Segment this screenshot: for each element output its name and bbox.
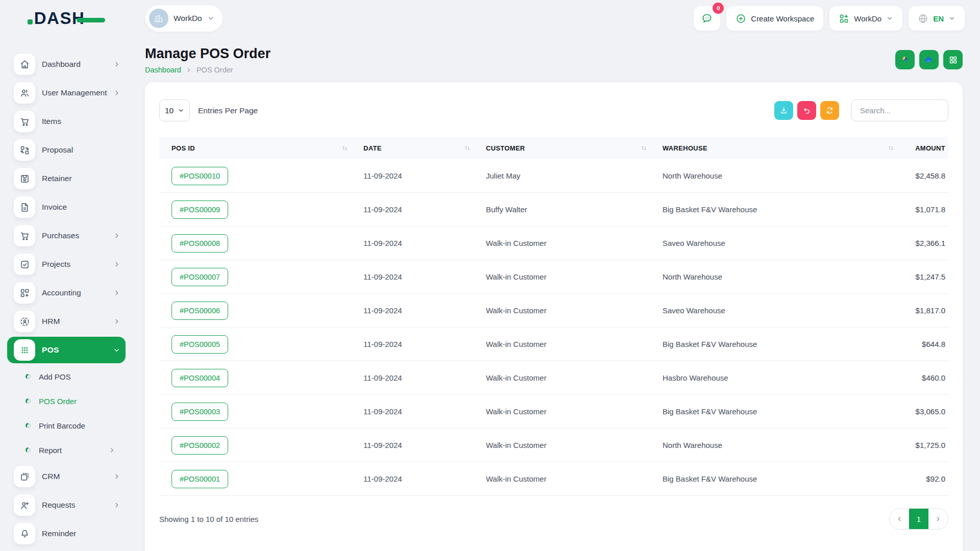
sidebar-item-pos[interactable]: POS: [7, 337, 126, 363]
table-actions: [774, 99, 948, 121]
customer-name: Walk-in Customer: [480, 340, 656, 348]
pos-id-badge[interactable]: #POS00009: [172, 201, 228, 219]
create-workspace-label: Create Workspace: [751, 14, 814, 23]
sidebar-item-proposal[interactable]: Proposal: [7, 136, 126, 164]
sidebar-item-projects[interactable]: Projects: [7, 250, 126, 279]
sidebar-item-items[interactable]: Items: [7, 107, 126, 136]
warehouse-name: Big Basket F&V Warehouse: [656, 474, 903, 483]
sort-icon: [641, 145, 647, 152]
breadcrumb: Dashboard POS Order: [145, 66, 271, 74]
chevron-right-icon: [113, 502, 120, 509]
sidebar-item-dashboard[interactable]: Dashboard: [7, 50, 126, 79]
order-date: 11-09-2024: [357, 171, 480, 180]
reset-button[interactable]: [797, 101, 816, 120]
chevron-right-icon: [113, 261, 120, 268]
table-row: #POS00007 11-09-2024 Walk-in Customer No…: [159, 260, 948, 294]
building-icon: [149, 9, 168, 28]
google-drive-icon: [900, 55, 910, 65]
export-button[interactable]: [774, 101, 793, 120]
pos-id-badge[interactable]: #POS00003: [172, 403, 228, 421]
logo-dash: [77, 18, 105, 22]
order-date: 11-09-2024: [357, 340, 480, 348]
cart-icon: [14, 225, 35, 246]
workdo-menu-button[interactable]: WorkDo: [829, 6, 902, 31]
topbar: DASH WorkDo 0 Create Workspace WorkDo EN: [0, 0, 980, 37]
sidebar-item-user-management[interactable]: User Management: [7, 79, 126, 107]
pos-id-badge[interactable]: #POS00010: [172, 167, 228, 185]
column-header-amount[interactable]: AMOUNT: [903, 144, 948, 152]
search-input[interactable]: [851, 99, 948, 121]
table-controls: 10 Entries Per Page: [159, 99, 948, 121]
pos-id-badge[interactable]: #POS00002: [172, 436, 228, 455]
table-row: #POS00001 11-09-2024 Walk-in Customer Bi…: [159, 462, 948, 496]
table-body: #POS00010 11-09-2024 Juliet May North Wa…: [159, 159, 948, 496]
pagination-next-button[interactable]: [928, 509, 948, 529]
sidebar-item-invoice[interactable]: Invoice: [7, 193, 126, 221]
pagination-prev-button[interactable]: [890, 509, 909, 529]
pos-id-badge[interactable]: #POS00007: [172, 268, 228, 286]
column-header-customer[interactable]: CUSTOMER: [480, 144, 656, 152]
grid-dots-icon: [14, 339, 35, 361]
pagination-page-1[interactable]: 1: [909, 509, 928, 529]
pos-id-badge[interactable]: #POS00001: [172, 470, 228, 488]
pos-id-badge[interactable]: #POS00006: [172, 302, 228, 320]
check-square-icon: [14, 254, 35, 275]
file-icon: [14, 196, 35, 218]
pagination: 1: [889, 508, 948, 530]
sidebar-item-purchases[interactable]: Purchases: [7, 221, 126, 250]
sidebar-item-reminder[interactable]: Reminder: [7, 519, 126, 548]
home-icon: [14, 54, 35, 75]
sidebar-item-requests[interactable]: Requests: [7, 491, 126, 519]
column-header-warehouse[interactable]: WAREHOUSE: [656, 144, 903, 152]
refresh-button[interactable]: [820, 101, 839, 120]
chevron-right-icon: [113, 473, 120, 480]
sidebar-subitem-print-barcode[interactable]: Print Barcode: [7, 413, 126, 438]
undo-icon: [802, 106, 811, 115]
sidebar-item-retainer[interactable]: Retainer: [7, 164, 126, 193]
entries-per-page-select[interactable]: 10: [159, 99, 190, 121]
grid-view-button[interactable]: [943, 50, 963, 69]
table-row: #POS00010 11-09-2024 Juliet May North Wa…: [159, 159, 948, 193]
sidebar-item-hrm[interactable]: HRM: [7, 307, 126, 336]
pos-id-badge[interactable]: #POS00008: [172, 234, 228, 253]
messages-button[interactable]: 0: [694, 6, 720, 31]
page-title: Manage POS Order: [145, 46, 271, 62]
logo-dot: [28, 19, 33, 24]
chevron-right-icon: [113, 232, 120, 239]
globe-icon: [918, 13, 928, 24]
column-header-pos-id[interactable]: POS ID: [159, 144, 357, 152]
warehouse-name: Big Basket F&V Warehouse: [656, 407, 903, 416]
sidebar-item-crm[interactable]: CRM: [7, 462, 126, 491]
onedrive-button[interactable]: [919, 50, 939, 69]
pos-id-badge[interactable]: #POS00005: [172, 335, 228, 354]
language-code: EN: [933, 14, 944, 23]
google-drive-button[interactable]: [895, 50, 915, 69]
column-header-date[interactable]: DATE: [357, 144, 480, 152]
showing-entries-text: Showing 1 to 10 of 10 entries: [159, 515, 258, 523]
order-amount: $2,458.8: [903, 171, 948, 180]
order-date: 11-09-2024: [357, 474, 480, 483]
sidebar-subitem-add-pos[interactable]: Add POS: [7, 364, 126, 389]
sidebar-item-accounting[interactable]: Accounting: [7, 279, 126, 307]
workdo-menu-label: WorkDo: [854, 14, 881, 23]
workspace-selector[interactable]: WorkDo: [145, 5, 223, 32]
sidebar-subitem-report[interactable]: Report: [7, 438, 126, 462]
table-row: #POS00008 11-09-2024 Walk-in Customer Sa…: [159, 227, 948, 260]
logo[interactable]: DASH: [28, 9, 106, 28]
customer-name: Walk-in Customer: [480, 239, 656, 247]
table-row: #POS00009 11-09-2024 Buffy Walter Big Ba…: [159, 193, 948, 227]
header-actions: [895, 50, 963, 69]
sort-icon: [888, 145, 894, 152]
create-workspace-button[interactable]: Create Workspace: [726, 6, 823, 31]
grid-swap-icon: [14, 139, 35, 161]
chevron-right-icon: [109, 447, 115, 454]
customer-name: Walk-in Customer: [480, 474, 656, 483]
language-selector[interactable]: EN: [909, 6, 965, 31]
breadcrumb-dashboard-link[interactable]: Dashboard: [145, 66, 181, 74]
cart-icon: [14, 111, 35, 132]
order-amount: $644.8: [903, 340, 948, 348]
pos-id-badge[interactable]: #POS00004: [172, 369, 228, 387]
sidebar-subitem-pos-order[interactable]: POS Order: [7, 389, 126, 413]
pos-order-card: 10 Entries Per Page POS ID: [145, 82, 963, 551]
bell-icon: [14, 523, 35, 544]
